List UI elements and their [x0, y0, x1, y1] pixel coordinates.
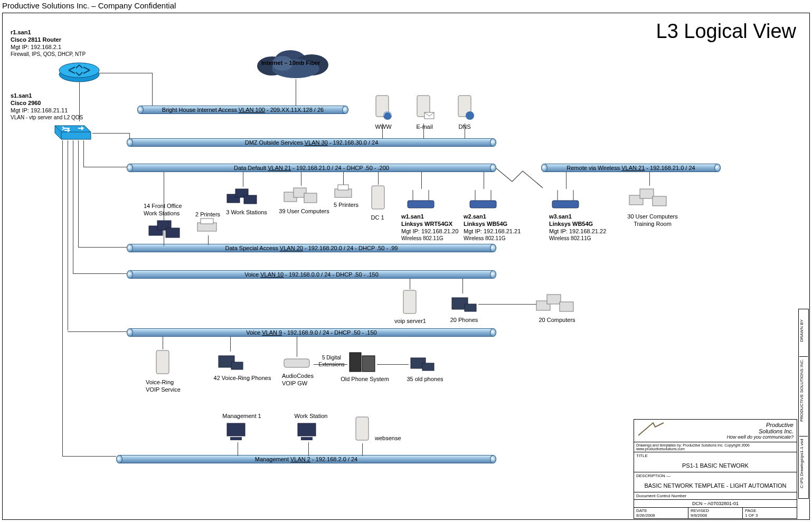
svg-rect-15 [166, 228, 180, 238]
email-label: E-mail [413, 124, 436, 131]
w2-conn [484, 172, 484, 189]
phone-to-pc-line [478, 304, 536, 305]
svg-rect-54 [230, 437, 242, 440]
svg-point-12 [466, 111, 474, 120]
vr-phones-label: 42 Voice-Ring Phones [208, 375, 277, 382]
3ws-conn [243, 172, 243, 187]
audiocodes-icon [282, 356, 314, 372]
w3-ap-icon [549, 188, 583, 211]
svg-rect-41 [465, 304, 476, 311]
voicering-label: Voice-Ring VOIP Service [146, 379, 181, 394]
switch-to-v30v [129, 133, 130, 139]
pcs20-label: 20 Computers [533, 317, 581, 324]
svg-rect-52 [422, 363, 434, 371]
svg-point-8 [383, 111, 392, 120]
dc1-label: DC 1 [364, 214, 391, 222]
router-to-v100-h [99, 73, 152, 73]
w2-note: w2.san1Linksys WB54G Mgt IP: 192.168.21.… [464, 213, 521, 242]
vlan-21-pipe: Data Default VLAN 21 - 192.168.21.0 / 24… [127, 164, 496, 172]
page-title: L3 Logical View [656, 20, 796, 43]
websense-icon [352, 415, 373, 444]
2p-conn [208, 235, 209, 245]
dc1-icon [367, 184, 389, 213]
svg-rect-53 [227, 423, 245, 436]
svg-rect-30 [470, 201, 496, 208]
dc1-conn [378, 172, 379, 185]
vlan-10-pipe: Voice VLAN 10 - 192.168.0.0 / 24 - DHCP … [127, 270, 496, 279]
svg-rect-44 [560, 302, 573, 311]
m1-conn [238, 442, 238, 456]
workstation-label: Work Station [287, 413, 335, 420]
old-phone-sys-icon [346, 350, 378, 375]
router-to-v100-v [152, 73, 153, 106]
confidential-banner: Productive Solutions Inc. – Company Conf… [2, 1, 176, 10]
switch-to-v21 [83, 167, 127, 167]
w1-ap-icon [404, 188, 438, 211]
switch-icon [53, 120, 93, 141]
www-server-icon [370, 92, 396, 124]
vlan-30-pipe: DMZ Outside Services VLAN 30 - 192.168.3… [127, 138, 496, 147]
voip-server-label: voip server1 [392, 318, 429, 325]
phones20-conn [462, 279, 463, 293]
five-printers-label: 5 Printers [334, 202, 358, 209]
switch-note: s1.san1 Cisco 2960 Mgt IP: 192.168.21.11… [11, 92, 83, 121]
svg-rect-57 [356, 417, 369, 440]
internet-cloud-label: Internet – 10mb Fiber [261, 60, 320, 66]
svg-rect-56 [301, 437, 313, 440]
old-phone-sys-label: Old Phone System [336, 376, 394, 383]
front-office-icon [147, 216, 184, 243]
vlan-9-pipe: Voice VLAN 9 - 192.168.9.0 / 24 - DHCP .… [127, 328, 496, 337]
svg-rect-55 [298, 423, 316, 436]
router-to-switch-line [79, 82, 80, 121]
svg-rect-37 [640, 189, 654, 198]
voicering-server-icon [152, 348, 173, 378]
ac-conn [297, 337, 297, 357]
svg-rect-26 [372, 186, 384, 209]
svg-rect-39 [403, 290, 416, 314]
old-phones-label: 35 old phones [401, 376, 449, 383]
svg-rect-47 [231, 362, 243, 369]
svg-rect-50 [362, 356, 375, 372]
web-conn [362, 443, 363, 456]
svg-rect-45 [156, 350, 169, 374]
5p-conn [343, 172, 344, 185]
router-note: r1.san1 Cisco 2811 Router Mgt IP: 192.16… [11, 29, 86, 58]
voip-conn [410, 279, 410, 289]
www-label: WWW [373, 124, 394, 131]
vr-phones-icon [215, 350, 245, 374]
three-ws-label: 3 Work Stations [223, 209, 270, 216]
switch-to-v30 [92, 133, 129, 134]
switch-trunk-1 [62, 140, 63, 456]
dns-server-icon [452, 92, 478, 124]
remote-pcs-icon [628, 185, 671, 211]
router-icon [58, 60, 100, 83]
front-office-label: 14 Front Office Work Stations [144, 203, 182, 217]
switch-to-v9 [68, 331, 127, 332]
sidebar-strip: C:\PS Drawings\ps1-1.vsd PRODUCTIVE SOLU… [798, 309, 809, 499]
phones20-label: 20 Phones [446, 317, 483, 324]
svg-rect-49 [350, 353, 361, 372]
user-computers-label: 39 User Computers [272, 208, 336, 215]
management1-label: Management 1 [215, 413, 268, 420]
workstation-icon [295, 420, 323, 443]
vr-conn [163, 337, 163, 349]
switch-to-v2 [62, 456, 116, 457]
switch-trunk-4 [78, 140, 79, 247]
svg-rect-33 [552, 201, 579, 208]
switch-trunk-2 [68, 140, 68, 330]
two-printers-icon [195, 217, 221, 235]
five-printers-icon [333, 184, 356, 201]
switch-to-v20 [78, 247, 127, 248]
vrp-conn [230, 337, 231, 352]
vlan-100-pipe: Bright House Internet Access VLAN 100 - … [137, 106, 348, 114]
dns-label: DNS [454, 124, 475, 131]
w3-conn [566, 172, 566, 189]
voip-server-icon [399, 288, 420, 317]
w3-note: w3.san1Linksys WB54G Mgt IP: 192.168.21.… [549, 213, 606, 242]
switch-trunk-3 [73, 140, 73, 273]
svg-rect-17 [201, 219, 213, 224]
email-server-icon [411, 92, 437, 124]
digext-label: 5 Digital Extensions [316, 355, 347, 368]
svg-rect-38 [653, 196, 666, 206]
oldsys-to-oldphones [377, 364, 409, 365]
